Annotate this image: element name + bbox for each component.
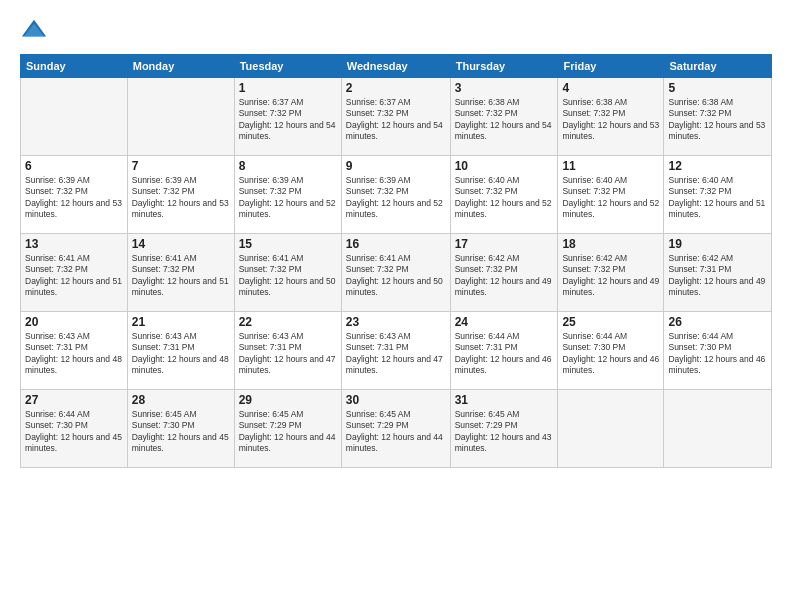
day-number: 31: [455, 393, 554, 407]
day-number: 26: [668, 315, 767, 329]
day-number: 25: [562, 315, 659, 329]
day-number: 24: [455, 315, 554, 329]
weekday-header-sunday: Sunday: [21, 55, 128, 78]
day-info: Sunrise: 6:38 AM Sunset: 7:32 PM Dayligh…: [668, 97, 767, 143]
day-number: 9: [346, 159, 446, 173]
day-info: Sunrise: 6:43 AM Sunset: 7:31 PM Dayligh…: [132, 331, 230, 377]
calendar-cell: 25Sunrise: 6:44 AM Sunset: 7:30 PM Dayli…: [558, 312, 664, 390]
calendar-cell: [664, 390, 772, 468]
day-info: Sunrise: 6:39 AM Sunset: 7:32 PM Dayligh…: [346, 175, 446, 221]
day-info: Sunrise: 6:40 AM Sunset: 7:32 PM Dayligh…: [668, 175, 767, 221]
calendar-cell: 14Sunrise: 6:41 AM Sunset: 7:32 PM Dayli…: [127, 234, 234, 312]
day-number: 7: [132, 159, 230, 173]
day-info: Sunrise: 6:45 AM Sunset: 7:29 PM Dayligh…: [239, 409, 337, 455]
header: [20, 16, 772, 44]
day-number: 11: [562, 159, 659, 173]
calendar-cell: 26Sunrise: 6:44 AM Sunset: 7:30 PM Dayli…: [664, 312, 772, 390]
weekday-header-saturday: Saturday: [664, 55, 772, 78]
calendar-cell: 29Sunrise: 6:45 AM Sunset: 7:29 PM Dayli…: [234, 390, 341, 468]
calendar-cell: 24Sunrise: 6:44 AM Sunset: 7:31 PM Dayli…: [450, 312, 558, 390]
calendar-cell: 22Sunrise: 6:43 AM Sunset: 7:31 PM Dayli…: [234, 312, 341, 390]
day-info: Sunrise: 6:43 AM Sunset: 7:31 PM Dayligh…: [239, 331, 337, 377]
day-number: 5: [668, 81, 767, 95]
day-number: 20: [25, 315, 123, 329]
calendar-cell: [127, 78, 234, 156]
calendar-week-1: 1Sunrise: 6:37 AM Sunset: 7:32 PM Daylig…: [21, 78, 772, 156]
day-info: Sunrise: 6:44 AM Sunset: 7:30 PM Dayligh…: [25, 409, 123, 455]
day-info: Sunrise: 6:39 AM Sunset: 7:32 PM Dayligh…: [25, 175, 123, 221]
day-info: Sunrise: 6:38 AM Sunset: 7:32 PM Dayligh…: [562, 97, 659, 143]
calendar-week-2: 6Sunrise: 6:39 AM Sunset: 7:32 PM Daylig…: [21, 156, 772, 234]
weekday-header-thursday: Thursday: [450, 55, 558, 78]
day-info: Sunrise: 6:41 AM Sunset: 7:32 PM Dayligh…: [25, 253, 123, 299]
calendar-cell: 11Sunrise: 6:40 AM Sunset: 7:32 PM Dayli…: [558, 156, 664, 234]
day-number: 22: [239, 315, 337, 329]
day-info: Sunrise: 6:41 AM Sunset: 7:32 PM Dayligh…: [346, 253, 446, 299]
day-number: 1: [239, 81, 337, 95]
calendar-cell: 27Sunrise: 6:44 AM Sunset: 7:30 PM Dayli…: [21, 390, 128, 468]
day-info: Sunrise: 6:40 AM Sunset: 7:32 PM Dayligh…: [562, 175, 659, 221]
day-info: Sunrise: 6:43 AM Sunset: 7:31 PM Dayligh…: [346, 331, 446, 377]
day-info: Sunrise: 6:42 AM Sunset: 7:32 PM Dayligh…: [455, 253, 554, 299]
day-number: 29: [239, 393, 337, 407]
day-number: 18: [562, 237, 659, 251]
calendar-cell: 30Sunrise: 6:45 AM Sunset: 7:29 PM Dayli…: [341, 390, 450, 468]
logo: [20, 16, 52, 44]
calendar-cell: 23Sunrise: 6:43 AM Sunset: 7:31 PM Dayli…: [341, 312, 450, 390]
day-info: Sunrise: 6:37 AM Sunset: 7:32 PM Dayligh…: [239, 97, 337, 143]
day-info: Sunrise: 6:39 AM Sunset: 7:32 PM Dayligh…: [239, 175, 337, 221]
day-number: 12: [668, 159, 767, 173]
calendar-week-4: 20Sunrise: 6:43 AM Sunset: 7:31 PM Dayli…: [21, 312, 772, 390]
calendar-cell: 18Sunrise: 6:42 AM Sunset: 7:32 PM Dayli…: [558, 234, 664, 312]
weekday-header-monday: Monday: [127, 55, 234, 78]
day-number: 19: [668, 237, 767, 251]
day-number: 28: [132, 393, 230, 407]
calendar-cell: 3Sunrise: 6:38 AM Sunset: 7:32 PM Daylig…: [450, 78, 558, 156]
page: SundayMondayTuesdayWednesdayThursdayFrid…: [0, 0, 792, 612]
day-info: Sunrise: 6:42 AM Sunset: 7:32 PM Dayligh…: [562, 253, 659, 299]
day-number: 23: [346, 315, 446, 329]
day-number: 6: [25, 159, 123, 173]
calendar-cell: 21Sunrise: 6:43 AM Sunset: 7:31 PM Dayli…: [127, 312, 234, 390]
calendar-cell: [558, 390, 664, 468]
day-number: 16: [346, 237, 446, 251]
weekday-header-row: SundayMondayTuesdayWednesdayThursdayFrid…: [21, 55, 772, 78]
day-info: Sunrise: 6:44 AM Sunset: 7:31 PM Dayligh…: [455, 331, 554, 377]
day-info: Sunrise: 6:44 AM Sunset: 7:30 PM Dayligh…: [562, 331, 659, 377]
calendar-cell: 12Sunrise: 6:40 AM Sunset: 7:32 PM Dayli…: [664, 156, 772, 234]
weekday-header-wednesday: Wednesday: [341, 55, 450, 78]
calendar-cell: 4Sunrise: 6:38 AM Sunset: 7:32 PM Daylig…: [558, 78, 664, 156]
calendar-cell: 1Sunrise: 6:37 AM Sunset: 7:32 PM Daylig…: [234, 78, 341, 156]
calendar-cell: 2Sunrise: 6:37 AM Sunset: 7:32 PM Daylig…: [341, 78, 450, 156]
calendar-cell: 19Sunrise: 6:42 AM Sunset: 7:31 PM Dayli…: [664, 234, 772, 312]
weekday-header-tuesday: Tuesday: [234, 55, 341, 78]
weekday-header-friday: Friday: [558, 55, 664, 78]
day-number: 30: [346, 393, 446, 407]
day-info: Sunrise: 6:37 AM Sunset: 7:32 PM Dayligh…: [346, 97, 446, 143]
day-number: 3: [455, 81, 554, 95]
day-info: Sunrise: 6:45 AM Sunset: 7:30 PM Dayligh…: [132, 409, 230, 455]
calendar-cell: 9Sunrise: 6:39 AM Sunset: 7:32 PM Daylig…: [341, 156, 450, 234]
calendar-cell: 31Sunrise: 6:45 AM Sunset: 7:29 PM Dayli…: [450, 390, 558, 468]
calendar-cell: 6Sunrise: 6:39 AM Sunset: 7:32 PM Daylig…: [21, 156, 128, 234]
day-info: Sunrise: 6:43 AM Sunset: 7:31 PM Dayligh…: [25, 331, 123, 377]
day-info: Sunrise: 6:39 AM Sunset: 7:32 PM Dayligh…: [132, 175, 230, 221]
calendar-cell: 10Sunrise: 6:40 AM Sunset: 7:32 PM Dayli…: [450, 156, 558, 234]
day-number: 4: [562, 81, 659, 95]
day-number: 21: [132, 315, 230, 329]
calendar-cell: 7Sunrise: 6:39 AM Sunset: 7:32 PM Daylig…: [127, 156, 234, 234]
day-info: Sunrise: 6:45 AM Sunset: 7:29 PM Dayligh…: [346, 409, 446, 455]
calendar-cell: 15Sunrise: 6:41 AM Sunset: 7:32 PM Dayli…: [234, 234, 341, 312]
calendar-cell: 20Sunrise: 6:43 AM Sunset: 7:31 PM Dayli…: [21, 312, 128, 390]
calendar-cell: 28Sunrise: 6:45 AM Sunset: 7:30 PM Dayli…: [127, 390, 234, 468]
calendar-cell: [21, 78, 128, 156]
day-number: 17: [455, 237, 554, 251]
day-info: Sunrise: 6:40 AM Sunset: 7:32 PM Dayligh…: [455, 175, 554, 221]
calendar-table: SundayMondayTuesdayWednesdayThursdayFrid…: [20, 54, 772, 468]
calendar-cell: 16Sunrise: 6:41 AM Sunset: 7:32 PM Dayli…: [341, 234, 450, 312]
calendar-cell: 13Sunrise: 6:41 AM Sunset: 7:32 PM Dayli…: [21, 234, 128, 312]
calendar-week-3: 13Sunrise: 6:41 AM Sunset: 7:32 PM Dayli…: [21, 234, 772, 312]
day-info: Sunrise: 6:41 AM Sunset: 7:32 PM Dayligh…: [239, 253, 337, 299]
day-number: 27: [25, 393, 123, 407]
calendar-week-5: 27Sunrise: 6:44 AM Sunset: 7:30 PM Dayli…: [21, 390, 772, 468]
